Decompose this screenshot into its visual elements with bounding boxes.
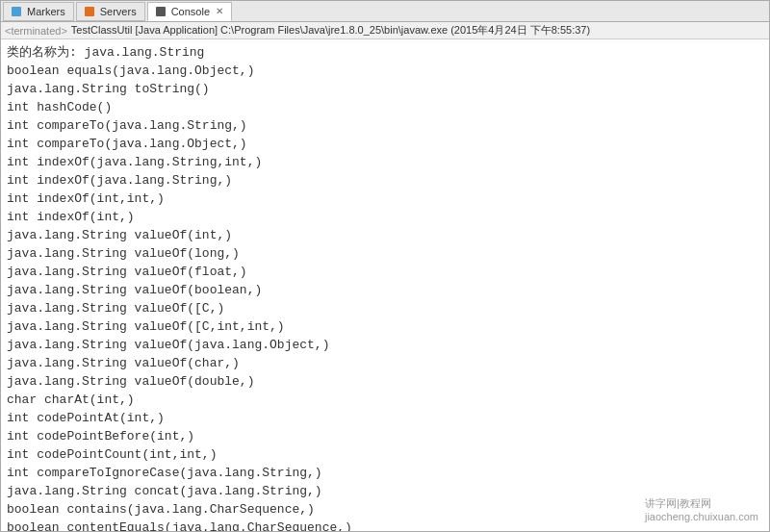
- console-line: int hashCode(): [7, 98, 763, 116]
- terminated-bar: <terminated> TestClassUtil [Java Applica…: [1, 22, 769, 39]
- console-line: char charAt(int,): [7, 391, 763, 409]
- console-line: int indexOf(java.lang.String,): [7, 171, 763, 190]
- console-line: 类的名称为: java.lang.String: [7, 43, 763, 62]
- console-line: boolean equals(java.lang.Object,): [7, 62, 763, 80]
- console-line: int indexOf(java.lang.String,int,): [7, 153, 763, 171]
- close-icon[interactable]: ✕: [216, 6, 223, 16]
- console-line: java.lang.String toString(): [7, 80, 763, 98]
- terminated-prefix: <terminated>: [5, 25, 67, 37]
- watermark: 讲字网|教程网jiaocheng.chuixuan.com: [641, 494, 762, 524]
- console-line: java.lang.String valueOf(float,): [7, 263, 763, 281]
- console-line: java.lang.String valueOf(double,): [7, 372, 763, 391]
- console-output: 类的名称为: java.lang.String boolean equals(j…: [1, 39, 769, 531]
- console-line: java.lang.String valueOf(long,): [7, 244, 763, 263]
- eclipse-window: Markers Servers Console ✕ <terminated> T…: [0, 0, 770, 532]
- tab-bar: Markers Servers Console ✕: [1, 1, 769, 22]
- console-line: int compareTo(java.lang.String,): [7, 116, 763, 135]
- console-line: java.lang.String valueOf(java.lang.Objec…: [7, 336, 763, 354]
- tab-servers[interactable]: Servers: [76, 2, 145, 21]
- console-line: int indexOf(int,): [7, 208, 763, 226]
- terminated-text: TestClassUtil [Java Application] C:\Prog…: [71, 23, 590, 38]
- console-line: java.lang.String valueOf(boolean,): [7, 281, 763, 299]
- console-line: java.lang.String valueOf([C,): [7, 299, 763, 317]
- tab-servers-label: Servers: [100, 6, 137, 17]
- console-line: java.lang.String valueOf(int,): [7, 226, 763, 244]
- tab-console[interactable]: Console ✕: [147, 2, 232, 21]
- console-line: java.lang.String valueOf([C,int,int,): [7, 317, 763, 336]
- console-line: int compareToIgnoreCase(java.lang.String…: [7, 464, 763, 482]
- console-line: java.lang.String valueOf(char,): [7, 354, 763, 372]
- tab-markers-label: Markers: [27, 6, 65, 17]
- console-line: int codePointCount(int,int,): [7, 445, 763, 464]
- tab-markers[interactable]: Markers: [3, 2, 74, 21]
- console-line: int codePointBefore(int,): [7, 427, 763, 445]
- console-line: int codePointAt(int,): [7, 409, 763, 427]
- console-line: int compareTo(java.lang.Object,): [7, 135, 763, 153]
- tab-console-label: Console: [171, 6, 210, 17]
- console-line: int indexOf(int,int,): [7, 190, 763, 208]
- markers-icon: [12, 7, 21, 16]
- servers-icon: [85, 7, 94, 16]
- console-icon: [156, 7, 166, 16]
